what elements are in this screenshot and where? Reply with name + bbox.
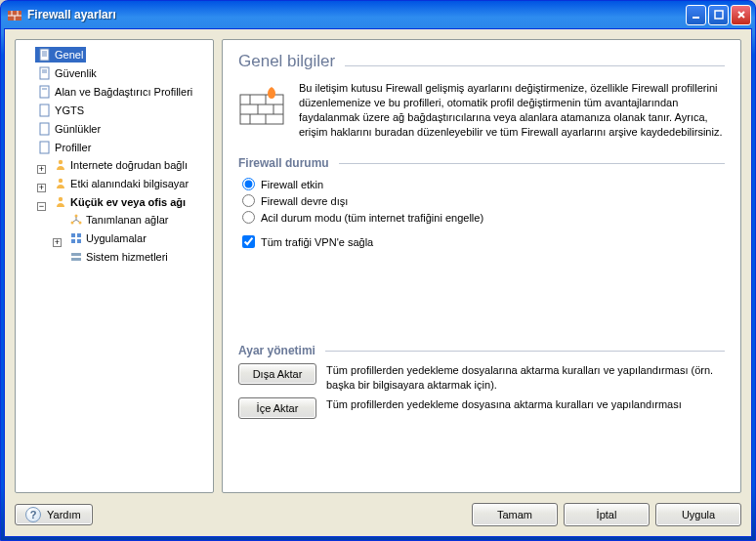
checkbox-input[interactable]: [242, 235, 255, 248]
tree-security[interactable]: Güvenlik: [35, 65, 100, 81]
svg-rect-6: [715, 11, 723, 19]
person-icon: [54, 195, 67, 209]
tree-label: Uygulamalar: [86, 232, 147, 244]
svg-point-21: [59, 197, 63, 201]
radio-input[interactable]: [242, 211, 255, 224]
maximize-button[interactable]: [708, 5, 729, 25]
tree-soho-services[interactable]: Sistem hizmetleri: [66, 249, 171, 265]
page-heading: Genel bilgiler: [238, 52, 335, 71]
expand-toggle[interactable]: +: [53, 238, 62, 247]
tree-ygts[interactable]: YGTS: [35, 103, 87, 118]
radio-label: Acil durum modu (tüm internet trafiğini …: [261, 212, 483, 224]
page-icon: [38, 85, 52, 99]
ok-button[interactable]: Tamam: [472, 503, 558, 526]
apps-icon: [69, 231, 83, 245]
checkbox-label: Tüm trafiği VPN'e sağla: [261, 236, 373, 248]
svg-rect-16: [40, 104, 49, 116]
cancel-button[interactable]: İptal: [564, 503, 650, 526]
tree-label: Genel: [55, 49, 83, 61]
window-title: Firewall ayarları: [27, 8, 116, 21]
close-button[interactable]: [731, 5, 751, 25]
tree-label: Güvenlik: [55, 67, 97, 79]
tree-logs[interactable]: Günlükler: [35, 121, 104, 137]
tree-label: Tanımlanan ağlar: [86, 214, 168, 226]
tree-label: Internete doğrudan bağlı: [70, 159, 188, 171]
radio-label: Firewall etkin: [261, 179, 323, 190]
radio-input[interactable]: [242, 178, 255, 190]
svg-rect-11: [40, 67, 49, 79]
tree-label: Sistem hizmetleri: [86, 251, 168, 263]
app-icon: [7, 7, 22, 22]
tree-profiles[interactable]: Profiller: [35, 140, 94, 155]
svg-rect-29: [71, 253, 81, 256]
radio-firewall-enabled[interactable]: Firewall etkin: [238, 176, 725, 192]
tree-label: Etki alanındaki bilgisayar: [70, 178, 189, 189]
svg-rect-28: [77, 239, 81, 243]
help-button[interactable]: ? Yardım: [15, 504, 93, 525]
svg-rect-26: [77, 233, 81, 237]
client-area: Genel Güvenlik: [4, 28, 752, 537]
radio-emergency-mode[interactable]: Acil durum modu (tüm internet trafiğini …: [238, 209, 725, 226]
expand-toggle[interactable]: +: [37, 165, 46, 174]
svg-rect-27: [71, 239, 75, 243]
status-heading: Firewall durumu: [238, 156, 329, 170]
tree-label: YGTS: [55, 104, 84, 116]
svg-rect-5: [693, 17, 699, 19]
titlebar[interactable]: Firewall ayarları: [1, 1, 755, 28]
person-icon: [54, 177, 67, 190]
content-pane: Genel bilgiler: [222, 39, 741, 493]
nav-tree[interactable]: Genel Güvenlik: [15, 39, 214, 493]
import-description: Tüm profillerden yedekleme dosyasına akt…: [326, 397, 725, 411]
page-icon: [38, 66, 52, 80]
export-button[interactable]: Dışa Aktar: [238, 363, 316, 385]
network-icon: [69, 213, 83, 227]
tree-profile-soho[interactable]: Küçük ev veya ofis ağı: [51, 194, 189, 210]
firewall-settings-window: Firewall ayarları: [0, 0, 756, 541]
mgmt-heading: Ayar yönetimi: [238, 344, 315, 357]
collapse-toggle[interactable]: −: [37, 202, 46, 211]
svg-point-19: [59, 160, 63, 164]
tree-soho-apps[interactable]: Uygulamalar: [66, 230, 149, 246]
page-icon: [38, 48, 52, 62]
tree-label: Küçük ev veya ofis ağı: [70, 196, 186, 208]
svg-rect-7: [40, 49, 49, 61]
tree-profile-direct[interactable]: Internete doğrudan bağlı: [51, 157, 190, 173]
svg-rect-17: [40, 123, 49, 135]
page-icon: [38, 104, 52, 117]
dialog-footer: ? Yardım Tamam İptal Uygula: [15, 493, 741, 526]
tree-label: Profiller: [55, 142, 91, 153]
radio-input[interactable]: [242, 194, 255, 207]
svg-rect-31: [240, 95, 283, 124]
services-icon: [69, 250, 83, 264]
tree-soho-networks[interactable]: Tanımlanan ağlar: [66, 212, 171, 228]
minimize-button[interactable]: [686, 5, 706, 25]
svg-point-20: [59, 179, 63, 183]
tree-general[interactable]: Genel: [35, 47, 86, 62]
svg-rect-18: [40, 142, 49, 153]
person-icon: [54, 158, 67, 172]
svg-rect-30: [71, 258, 81, 261]
expand-toggle[interactable]: +: [37, 184, 46, 192]
tree-profile-domain[interactable]: Etki alanındaki bilgisayar: [51, 176, 191, 191]
apply-button[interactable]: Uygula: [655, 503, 741, 526]
tree-adapter-profiles[interactable]: Alan ve Bağdaştırıcı Profilleri: [35, 84, 195, 100]
radio-label: Firewall devre dışı: [261, 195, 348, 207]
tree-label: Alan ve Bağdaştırıcı Profilleri: [55, 86, 192, 98]
import-button[interactable]: İçe Aktar: [238, 397, 316, 419]
svg-rect-25: [71, 233, 75, 237]
checkbox-vpn-all-traffic[interactable]: Tüm trafiği VPN'e sağla: [238, 233, 725, 250]
help-label: Yardım: [47, 509, 81, 520]
svg-rect-14: [40, 86, 49, 98]
page-icon: [38, 122, 52, 136]
page-icon: [38, 141, 52, 154]
export-description: Tüm profillerden yedekleme dosyalarına a…: [326, 363, 725, 392]
help-icon: ?: [25, 507, 41, 522]
radio-firewall-disabled[interactable]: Firewall devre dışı: [238, 192, 725, 209]
intro-text: Bu iletişim kutusu Firewall gelişmiş aya…: [299, 81, 725, 139]
firewall-icon: [238, 81, 285, 128]
tree-label: Günlükler: [55, 123, 101, 135]
